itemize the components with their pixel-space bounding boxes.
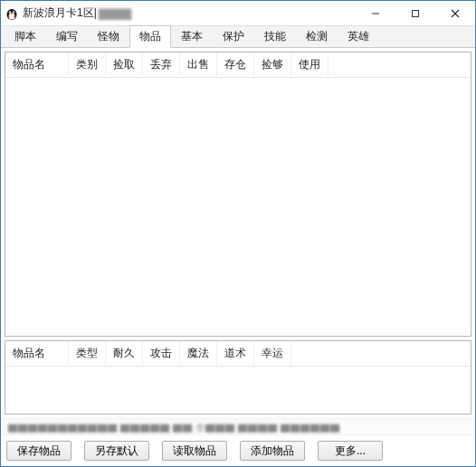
tab-protect[interactable]: 保护 <box>213 25 254 47</box>
tab-basic[interactable]: 基本 <box>171 25 213 47</box>
col2-magic[interactable]: 魔法 <box>180 341 217 366</box>
col-item-name[interactable]: 物品名 <box>5 52 69 77</box>
col-pickup[interactable]: 捡取 <box>106 52 143 77</box>
svg-rect-8 <box>413 10 419 16</box>
item-rules-grid[interactable]: 物品名 类别 捡取 丢弃 出售 存仓 捡够 使用 <box>5 52 471 337</box>
button-bar: 保存物品 另存默认 读取物品 添加物品 更多... <box>1 434 475 466</box>
load-items-button[interactable]: 读取物品 <box>162 441 227 461</box>
tab-skill[interactable]: 技能 <box>254 25 296 47</box>
tab-hero[interactable]: 英雄 <box>338 25 379 47</box>
col2-taoist[interactable]: 道术 <box>217 341 254 366</box>
save-items-button[interactable]: 保存物品 <box>6 441 71 461</box>
tab-bar: 脚本 编写 怪物 物品 基本 保护 技能 检测 英雄 <box>1 26 475 48</box>
more-button[interactable]: 更多... <box>318 441 383 461</box>
tab-edit[interactable]: 编写 <box>46 25 88 47</box>
app-icon <box>5 6 19 21</box>
item-detail-body[interactable] <box>5 367 471 415</box>
col-use[interactable]: 使用 <box>291 52 328 77</box>
col2-item-name[interactable]: 物品名 <box>5 341 69 366</box>
col-store[interactable]: 存仓 <box>217 52 254 77</box>
col2-durability[interactable]: 耐久 <box>106 341 143 366</box>
add-item-button[interactable]: 添加物品 <box>240 441 305 461</box>
maximize-button[interactable] <box>395 1 435 26</box>
window-title-extra: ▇▇▇▇ <box>99 7 131 20</box>
col-pick-enough[interactable]: 捡够 <box>254 52 291 77</box>
col2-type[interactable]: 类型 <box>69 341 106 366</box>
item-rules-header: 物品名 类别 捡取 丢弃 出售 存仓 捡够 使用 <box>5 52 471 78</box>
content-area: 物品名 类别 捡取 丢弃 出售 存仓 捡够 使用 物品名 类型 耐久 攻击 魔法… <box>1 48 475 418</box>
col2-luck[interactable]: 幸运 <box>254 341 291 366</box>
save-default-button[interactable]: 另存默认 <box>84 441 149 461</box>
svg-point-5 <box>14 12 14 13</box>
svg-point-6 <box>11 13 14 14</box>
col-sell[interactable]: 出售 <box>180 52 217 77</box>
status-bar: ▇▇▇▇▇▇▇▇▇▇▇ ▇▇▇▇▇ ▇▇ 全▇▇▇ ▇▇▇▇ ▇▇▇▇▇▇ <box>1 418 475 434</box>
minimize-button[interactable] <box>356 1 395 26</box>
tab-item[interactable]: 物品 <box>129 25 171 48</box>
tab-monster[interactable]: 怪物 <box>88 25 129 47</box>
item-rules-body[interactable] <box>5 78 471 337</box>
svg-point-4 <box>10 12 11 13</box>
window-title: 新波浪月卡1区| <box>23 5 97 21</box>
col2-attack[interactable]: 攻击 <box>143 341 180 366</box>
title-bar: 新波浪月卡1区| ▇▇▇▇ <box>1 1 475 26</box>
item-detail-grid[interactable]: 物品名 类型 耐久 攻击 魔法 道术 幸运 <box>5 340 471 415</box>
close-button[interactable] <box>435 1 475 26</box>
col-category[interactable]: 类别 <box>69 52 106 77</box>
tab-script[interactable]: 脚本 <box>5 25 46 47</box>
item-detail-header: 物品名 类型 耐久 攻击 魔法 道术 幸运 <box>5 341 471 367</box>
tab-detect[interactable]: 检测 <box>296 25 338 47</box>
col-discard[interactable]: 丢弃 <box>143 52 180 77</box>
